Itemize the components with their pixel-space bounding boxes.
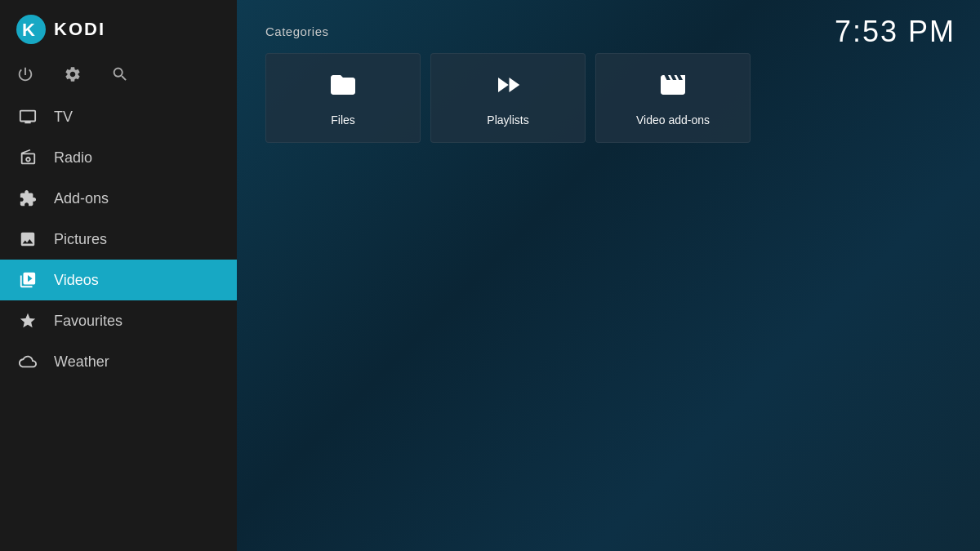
star-icon	[16, 312, 39, 330]
sidebar-nav: TV Radio Add-ons Pictures	[0, 96, 237, 551]
sidebar-item-tv-label: TV	[54, 109, 73, 126]
sidebar-item-weather-label: Weather	[54, 353, 109, 371]
category-video-addons[interactable]: Video add-ons	[595, 53, 751, 143]
sidebar-item-favourites[interactable]: Favourites	[0, 300, 237, 341]
sidebar-item-radio-label: Radio	[54, 149, 92, 167]
app-title: KODI	[54, 19, 105, 40]
addons-icon	[16, 189, 39, 207]
pictures-icon	[16, 230, 39, 248]
weather-icon	[16, 353, 39, 371]
sidebar-item-addons[interactable]: Add-ons	[0, 178, 237, 219]
videos-icon	[16, 271, 39, 289]
category-video-addons-label: Video add-ons	[636, 113, 710, 127]
main-content: 7:53 PM Categories Files Playlists Video…	[237, 0, 980, 551]
tv-icon	[16, 108, 39, 126]
category-playlists-label: Playlists	[487, 113, 528, 127]
sidebar-item-tv[interactable]: TV	[0, 96, 237, 137]
sidebar-item-radio[interactable]: Radio	[0, 137, 237, 178]
radio-icon	[16, 149, 39, 167]
top-icon-buttons	[0, 59, 237, 96]
category-playlists[interactable]: Playlists	[430, 53, 586, 143]
search-button[interactable]	[111, 65, 129, 83]
category-files-label: Files	[331, 113, 355, 127]
video-addons-icon	[657, 70, 689, 105]
settings-button[interactable]	[64, 65, 82, 83]
sidebar: K KODI TV	[0, 0, 237, 551]
sidebar-header: K KODI	[0, 0, 237, 59]
kodi-logo-icon: K	[16, 15, 46, 44]
sidebar-item-pictures[interactable]: Pictures	[0, 219, 237, 260]
playlist-icon	[492, 70, 524, 105]
power-button[interactable]	[16, 65, 34, 83]
categories-grid: Files Playlists Video add-ons	[265, 53, 951, 143]
sidebar-item-videos[interactable]: Videos	[0, 260, 237, 300]
folder-icon	[327, 70, 359, 105]
clock: 7:53 PM	[835, 15, 956, 49]
category-files[interactable]: Files	[265, 53, 421, 143]
sidebar-item-videos-label: Videos	[54, 272, 99, 289]
sidebar-item-weather[interactable]: Weather	[0, 341, 237, 382]
sidebar-item-addons-label: Add-ons	[54, 190, 109, 207]
sidebar-item-pictures-label: Pictures	[54, 231, 107, 248]
svg-text:K: K	[22, 20, 35, 40]
sidebar-item-favourites-label: Favourites	[54, 313, 122, 330]
